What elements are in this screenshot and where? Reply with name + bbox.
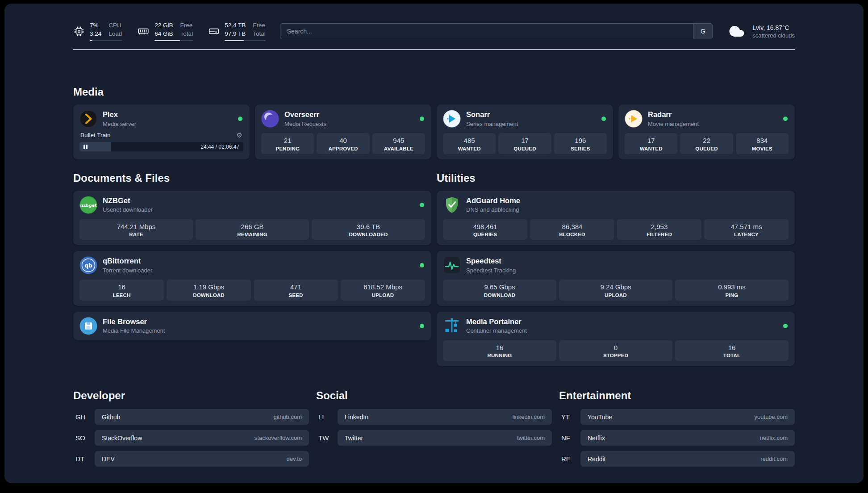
service-name: Plex bbox=[103, 110, 233, 119]
service-card-overseerr[interactable]: Overseerr Media Requests 21 PENDING 40 A… bbox=[255, 104, 431, 159]
status-dot bbox=[420, 117, 424, 121]
bookmark-url: reddit.com bbox=[760, 455, 788, 462]
service-card-qbittorrent[interactable]: qb qBittorrent Torrent downloader bbox=[73, 251, 431, 306]
memory-total-label: Total bbox=[180, 30, 193, 38]
bookmark-link[interactable]: Github github.com bbox=[95, 409, 309, 425]
top-bar: 7% 3.24 CPU Load bbox=[73, 21, 795, 41]
service-card-filebrowser[interactable]: File Browser Media File Management bbox=[73, 312, 431, 340]
cpu-load-value: 3.24 bbox=[90, 30, 101, 38]
service-description: Container management bbox=[466, 327, 778, 334]
pause-icon[interactable] bbox=[83, 145, 88, 149]
bookmark-abbr: SO bbox=[73, 434, 95, 442]
service-card-radarr[interactable]: Radarr Movie management 17 WANTED 22 QUE… bbox=[618, 104, 795, 159]
bookmark-url: dev.to bbox=[287, 455, 302, 462]
service-card-sonarr[interactable]: Sonarr Series management 485 WANTED 17 Q… bbox=[437, 104, 613, 159]
stat-box: 21 PENDING bbox=[261, 133, 314, 154]
svg-text:qb: qb bbox=[84, 263, 92, 269]
disk-total-value: 97.9 TB bbox=[225, 30, 246, 38]
stat-value: 0.993 ms bbox=[677, 283, 787, 292]
stat-label: LATENCY bbox=[706, 232, 787, 237]
service-description: Movie management bbox=[648, 121, 778, 127]
section-title-utilities: Utilities bbox=[437, 172, 795, 184]
status-dot bbox=[601, 117, 606, 121]
stat-label: AVAILABLE bbox=[374, 146, 423, 151]
bookmark-name: DEV bbox=[102, 455, 287, 463]
stat-box: 945 AVAILABLE bbox=[372, 133, 425, 154]
memory-widget: 22 GiB 64 GiB Free Total bbox=[137, 21, 193, 41]
bookmark-link[interactable]: StackOverflow stackoverflow.com bbox=[95, 430, 309, 446]
stat-value: 39.6 TB bbox=[313, 222, 423, 231]
service-name: Overseerr bbox=[284, 110, 414, 119]
service-card-plex[interactable]: Plex Media server Bullet Train ⚙ 24:44 /… bbox=[73, 104, 250, 159]
status-dot bbox=[783, 117, 788, 121]
stat-box: 86,384 BLOCKED bbox=[530, 219, 614, 240]
plex-now-playing: Bullet Train ⚙ 24:44 / 02:06:47 bbox=[79, 132, 243, 151]
service-description: DNS and adblocking bbox=[466, 206, 789, 213]
disk-total-label: Total bbox=[253, 30, 266, 38]
service-description: Media File Management bbox=[103, 327, 414, 334]
cpu-usage-bar bbox=[90, 40, 122, 41]
stat-box: 471 SEED bbox=[254, 280, 338, 301]
bookmark-url: github.com bbox=[273, 414, 302, 420]
stat-value: 2,953 bbox=[619, 222, 700, 231]
service-name: Speedtest bbox=[466, 257, 789, 266]
adguard-icon bbox=[443, 196, 461, 214]
service-card-nzbget[interactable]: nzbget NZBGet Usenet downloader 74 bbox=[73, 191, 431, 246]
stat-value: 471 bbox=[255, 283, 336, 292]
cpu-usage-bar-fill bbox=[90, 40, 92, 41]
bookmark-link[interactable]: Twitter twitter.com bbox=[338, 430, 552, 446]
section-title-media: Media bbox=[73, 86, 795, 98]
bookmark-stackoverflow: SO StackOverflow stackoverflow.com bbox=[73, 430, 309, 446]
stat-label: APPROVED bbox=[318, 146, 367, 151]
service-description: Series management bbox=[466, 121, 596, 127]
service-name: Media Portainer bbox=[466, 318, 778, 326]
service-description: Torrent downloader bbox=[103, 267, 414, 274]
bookmark-abbr: NF bbox=[559, 434, 580, 442]
stat-value: 86,384 bbox=[532, 222, 613, 231]
section-title-entertainment: Entertainment bbox=[559, 389, 795, 402]
bookmark-link[interactable]: DEV dev.to bbox=[95, 451, 309, 467]
stat-box: 9.65 Gbps DOWNLOAD bbox=[443, 280, 556, 301]
stat-box: 196 SERIES bbox=[554, 133, 607, 154]
playback-progress-bar: 24:44 / 02:06:47 bbox=[79, 142, 243, 151]
gear-icon[interactable]: ⚙ bbox=[237, 132, 242, 138]
utilities-section: Utilities bbox=[437, 172, 795, 367]
stat-box: 17 QUEUED bbox=[498, 133, 551, 154]
stat-label: BLOCKED bbox=[532, 232, 613, 237]
cpu-percent: 7% bbox=[90, 21, 101, 29]
bookmark-link[interactable]: Netflix netflix.com bbox=[580, 430, 795, 446]
bookmark-name: Twitter bbox=[345, 435, 517, 442]
stat-label: LEECH bbox=[81, 292, 162, 298]
disk-free-value: 52.4 TB bbox=[225, 21, 246, 29]
stat-value: 0 bbox=[561, 343, 671, 352]
search-provider-button[interactable]: G bbox=[693, 23, 713, 39]
search-input[interactable] bbox=[280, 23, 713, 39]
bookmark-name: YouTube bbox=[588, 414, 755, 421]
stat-label: SEED bbox=[255, 292, 336, 298]
bookmark-link[interactable]: YouTube youtube.com bbox=[580, 409, 795, 425]
bookmark-link[interactable]: Reddit reddit.com bbox=[580, 451, 795, 467]
service-card-portainer[interactable]: Media Portainer Container management 16 … bbox=[437, 312, 795, 367]
stat-box: 266 GB REMAINING bbox=[196, 219, 309, 240]
stat-value: 21 bbox=[263, 136, 312, 145]
stat-label: UPLOAD bbox=[342, 292, 423, 298]
bookmark-netflix: NF Netflix netflix.com bbox=[559, 430, 795, 446]
bookmark-abbr: LI bbox=[316, 413, 338, 421]
stat-value: 40 bbox=[318, 136, 367, 145]
stat-value: 16 bbox=[445, 343, 555, 352]
service-card-adguard[interactable]: AdGuard Home DNS and adblocking 498,461 … bbox=[437, 191, 795, 246]
weather-condition: scattered clouds bbox=[752, 32, 795, 39]
stat-value: 1.19 Gbps bbox=[168, 283, 249, 292]
stat-value: 196 bbox=[556, 136, 605, 145]
service-card-speedtest[interactable]: Speedtest Speedtest Tracking 9.65 Gbps D… bbox=[437, 251, 795, 306]
bookmark-dev: DT DEV dev.to bbox=[73, 451, 309, 467]
memory-icon bbox=[137, 25, 150, 37]
stat-label: REMAINING bbox=[197, 232, 307, 237]
cpu-load-label: Load bbox=[108, 30, 122, 38]
stat-label: WANTED bbox=[445, 146, 494, 151]
bookmark-url: youtube.com bbox=[755, 414, 788, 420]
service-name: AdGuard Home bbox=[466, 196, 789, 205]
bookmark-link[interactable]: LinkedIn linkedin.com bbox=[338, 409, 552, 425]
memory-usage-bar bbox=[154, 40, 193, 41]
stat-value: 485 bbox=[445, 136, 494, 145]
